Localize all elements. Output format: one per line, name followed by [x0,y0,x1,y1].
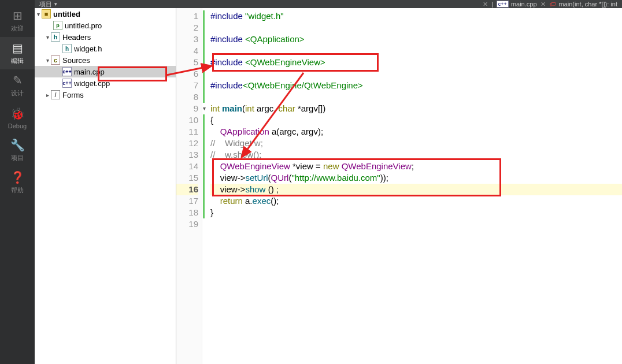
code-editor[interactable]: 12345678910111213141516171819 ▾ #include… [176,8,622,364]
forms-icon: / [51,90,60,99]
fold-icon[interactable]: ▾ [201,103,207,114]
nav-help[interactable]: ❓帮助 [0,166,35,199]
header-title: 项目 [39,0,52,9]
sources-icon: c [51,55,60,65]
bug-icon: 🐞 [10,107,25,121]
cpp-file-icon: c++ [62,67,72,76]
nav-project[interactable]: 🔧项目 [0,134,35,166]
chevron-down-icon: ▾ [44,57,51,64]
tree-pro-file[interactable]: puntitled.pro [35,20,176,31]
grid-icon: ⊞ [13,9,23,23]
nav-edit[interactable]: ▤编辑 [0,37,35,69]
chevron-down-icon: ▾ [35,11,42,17]
code-area[interactable]: #include "widget.h" #include <QApplicati… [207,8,622,364]
tree-main-cpp[interactable]: c++main.cpp [35,66,176,77]
chevron-right-icon: ▸ [44,92,51,98]
tree-root[interactable]: ▾■untitled [35,8,176,20]
tree-forms[interactable]: ▸/Forms [35,89,176,101]
cpp-file-icon: c++ [62,79,72,88]
tree-widget-h[interactable]: hwidget.h [35,43,176,54]
close-tab-icon[interactable]: ✕ [540,1,546,8]
pencil-icon: ✎ [13,73,23,87]
function-signature: main(int, char *[]): int [559,1,617,8]
tree-headers[interactable]: ▾hHeaders [35,31,176,43]
nav-design[interactable]: ✎设计 [0,69,35,102]
h-file-icon: h [62,44,72,53]
edit-icon: ▤ [12,41,23,55]
project-icon: ■ [42,9,51,18]
tab-filename: main.cpp [511,1,537,8]
headers-icon: h [51,32,60,42]
cpp-icon: c++ [497,1,509,8]
dropdown-icon[interactable]: ▾ [54,1,57,7]
tree-widget-cpp[interactable]: c++widget.cpp [35,77,176,89]
wrench-icon: 🔧 [10,138,25,152]
divider-icon: | [491,1,493,8]
help-icon: ❓ [10,170,25,184]
chevron-down-icon: ▾ [44,34,51,40]
nav-welcome[interactable]: ⊞欢迎 [0,5,35,37]
pro-file-icon: p [53,21,62,30]
line-gutter: 12345678910111213141516171819 [176,8,202,364]
bookmark-icon[interactable]: 🏷 [549,1,556,8]
marker-column: ▾ [202,8,207,364]
project-tree: ▾■untitled puntitled.pro ▾hHeaders hwidg… [35,8,176,364]
editor-tab[interactable]: c++ main.cpp [497,1,537,8]
tree-sources[interactable]: ▾cSources [35,54,176,66]
header-bar: 项目 ▾ ✕ | c++ main.cpp ✕ 🏷 main(int, char… [35,0,622,8]
nav-debug[interactable]: 🐞Debug [0,102,35,134]
close-icon[interactable]: ✕ [483,1,488,8]
nav-sidebar: ⊞欢迎 ▤编辑 ✎设计 🐞Debug 🔧项目 ❓帮助 [0,0,35,364]
